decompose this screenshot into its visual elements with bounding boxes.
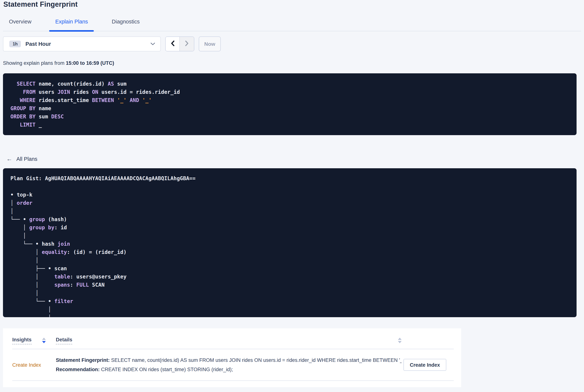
tab-explain-plans[interactable]: Explain Plans xyxy=(55,18,88,31)
chevron-right-icon xyxy=(185,40,189,48)
column-header-insights[interactable]: Insights xyxy=(12,337,32,344)
all-plans-label: All Plans xyxy=(16,156,37,162)
insights-table-header: Insights Details xyxy=(12,328,454,349)
now-button[interactable]: Now xyxy=(199,36,221,51)
time-next-button[interactable] xyxy=(180,37,194,51)
plan-gist-panel: Plan Gist: AgHUAQIABQAAAAHYAQIAiAEAAAADC… xyxy=(3,168,577,317)
time-range-label: Past Hour xyxy=(25,41,51,47)
time-range-select[interactable]: 1h Past Hour xyxy=(3,36,161,51)
insight-type-link[interactable]: Create Index xyxy=(12,362,41,368)
time-step-control xyxy=(165,36,194,51)
column-header-details[interactable]: Details xyxy=(56,337,72,344)
tab-diagnostics[interactable]: Diagnostics xyxy=(112,18,140,31)
statement-fingerprint-page: Statement Fingerprint Overview Explain P… xyxy=(0,0,584,387)
sort-details-icon[interactable] xyxy=(398,338,402,343)
arrow-left-icon: ← xyxy=(6,156,12,162)
all-plans-link[interactable]: ← All Plans xyxy=(3,156,581,162)
time-prev-button[interactable] xyxy=(166,37,180,51)
insight-statement-fingerprint: Statement Fingerprint: SELECT name, coun… xyxy=(56,356,402,365)
create-index-button[interactable]: Create Index xyxy=(404,359,446,371)
page-title: Statement Fingerprint xyxy=(3,1,581,8)
table-row: Create Index Statement Fingerprint: SELE… xyxy=(12,349,454,381)
sort-insights-icon[interactable] xyxy=(42,338,46,343)
insight-recommendation: Recommendation: CREATE INDEX ON rides (s… xyxy=(56,365,402,374)
chevron-left-icon xyxy=(170,40,175,48)
insights-card: Insights Details Create I xyxy=(3,328,461,387)
statement-sql-panel: SELECT name, count(rides.id) AS sum FROM… xyxy=(3,73,577,135)
tab-overview[interactable]: Overview xyxy=(9,18,31,31)
insight-details: Statement Fingerprint: SELECT name, coun… xyxy=(56,356,402,374)
statement-sql-code: SELECT name, count(rides.id) AS sum FROM… xyxy=(10,80,569,129)
time-toolbar: 1h Past Hour Now xyxy=(3,36,581,51)
chevron-down-icon xyxy=(150,42,155,46)
time-window-caption: Showing explain plans from 15:00 to 16:5… xyxy=(3,60,581,66)
time-window-range: 15:00 to 16:59 (UTC) xyxy=(66,60,114,66)
tab-bar: Overview Explain Plans Diagnostics xyxy=(3,18,581,31)
time-range-badge: 1h xyxy=(9,40,21,47)
plan-tree: Plan Gist: AgHUAQIABQAAAAHYAQIAiAEAAAADC… xyxy=(10,174,569,317)
